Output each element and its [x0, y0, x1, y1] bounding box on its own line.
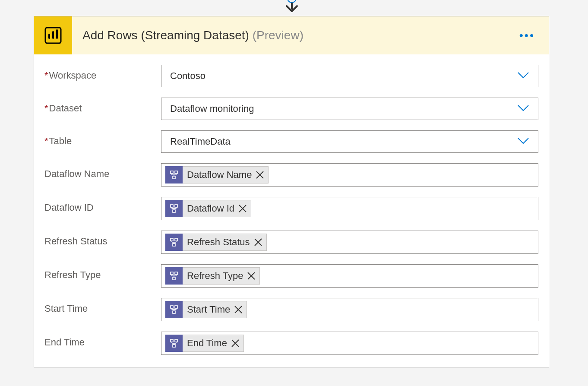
flow-arrow-down-icon: [282, 0, 301, 16]
svg-rect-34: [175, 272, 177, 275]
svg-rect-44: [173, 311, 175, 313]
dataflow-icon: [165, 335, 183, 352]
svg-rect-16: [175, 205, 177, 207]
svg-rect-51: [171, 339, 173, 342]
dataflow-id-row: Dataflow ID Dataflow Id: [44, 197, 538, 220]
powerbi-logo-icon: [34, 16, 72, 54]
svg-rect-15: [171, 205, 173, 207]
svg-rect-42: [171, 306, 173, 308]
refresh-status-row: Refresh Status Refresh Status: [44, 231, 538, 254]
workspace-row: *Workspace Contoso: [44, 65, 538, 87]
end-time-input[interactable]: End Time: [161, 332, 538, 355]
token-label: Refresh Type: [187, 270, 243, 282]
dataset-label: *Dataset: [44, 98, 161, 114]
field-label: Refresh Type: [44, 264, 161, 281]
more-menu-button[interactable]: •••: [516, 25, 538, 46]
dataflow-name-row: Dataflow Name Dataflow Name: [44, 163, 538, 187]
field-label: Dataflow ID: [44, 197, 161, 213]
chevron-down-icon: [517, 72, 529, 80]
token-remove-button[interactable]: [255, 170, 265, 180]
card-header[interactable]: Add Rows (Streaming Dataset) (Preview) •…: [34, 16, 549, 54]
dataflow-icon: [165, 301, 183, 318]
workspace-label: *Workspace: [44, 65, 161, 81]
token-remove-button[interactable]: [253, 237, 263, 247]
dataset-dropdown[interactable]: Dataflow monitoring: [161, 98, 538, 120]
dataflow-icon: [165, 234, 183, 251]
required-indicator: *: [44, 136, 48, 146]
svg-rect-26: [173, 244, 175, 246]
dynamic-content-token[interactable]: End Time: [165, 335, 244, 352]
field-label: Start Time: [44, 298, 161, 314]
dataset-value: Dataflow monitoring: [170, 103, 254, 114]
workspace-dropdown[interactable]: Contoso: [161, 65, 538, 87]
table-row: *Table RealTimeData: [44, 130, 538, 153]
svg-rect-33: [171, 272, 173, 275]
dataset-row: *Dataset Dataflow monitoring: [44, 98, 538, 120]
chevron-down-icon: [517, 104, 529, 113]
refresh-type-row: Refresh Type Refresh Type: [44, 264, 538, 288]
card-title: Add Rows (Streaming Dataset) (Preview): [82, 28, 516, 42]
token-label: Refresh Status: [187, 237, 250, 248]
action-card: Add Rows (Streaming Dataset) (Preview) •…: [34, 16, 549, 367]
table-dropdown[interactable]: RealTimeData: [161, 130, 538, 153]
dataflow-id-input[interactable]: Dataflow Id: [161, 197, 538, 220]
workspace-value: Contoso: [170, 70, 205, 82]
svg-point-0: [288, 0, 296, 3]
required-indicator: *: [44, 103, 48, 114]
start-time-input[interactable]: Start Time: [161, 298, 538, 321]
dynamic-content-token[interactable]: Refresh Type: [165, 267, 260, 285]
dynamic-content-token[interactable]: Dataflow Id: [165, 200, 251, 217]
table-value: RealTimeData: [170, 136, 231, 147]
start-time-row: Start Time Start Time: [44, 298, 538, 321]
end-time-row: End Time End Time: [44, 332, 538, 355]
field-label: Refresh Status: [44, 231, 161, 247]
token-remove-button[interactable]: [234, 305, 243, 314]
refresh-type-input[interactable]: Refresh Type: [161, 264, 538, 288]
svg-rect-17: [173, 210, 175, 212]
svg-rect-7: [175, 171, 177, 174]
field-label: End Time: [44, 332, 161, 348]
svg-rect-24: [171, 238, 173, 241]
svg-rect-25: [175, 238, 177, 241]
svg-rect-8: [173, 176, 175, 179]
dataflow-icon: [165, 200, 183, 217]
token-remove-button[interactable]: [231, 339, 240, 348]
token-remove-button[interactable]: [247, 271, 256, 281]
card-title-preview: (Preview): [253, 28, 303, 42]
svg-rect-43: [175, 306, 177, 308]
dataflow-icon: [165, 267, 183, 285]
dataflow-icon: [165, 166, 183, 184]
dynamic-content-token[interactable]: Dataflow Name: [165, 166, 269, 184]
token-label: End Time: [187, 338, 227, 349]
token-label: Dataflow Name: [187, 169, 252, 180]
field-label: Dataflow Name: [44, 163, 161, 180]
token-remove-button[interactable]: [238, 204, 247, 213]
required-indicator: *: [44, 70, 48, 81]
token-label: Start Time: [187, 304, 230, 315]
dynamic-content-token[interactable]: Refresh Status: [165, 234, 267, 251]
card-body: *Workspace Contoso *Dataset Dataflow mon…: [34, 54, 549, 367]
table-label: *Table: [44, 130, 161, 147]
chevron-down-icon: [517, 137, 529, 146]
dataflow-name-input[interactable]: Dataflow Name: [161, 163, 538, 187]
refresh-status-input[interactable]: Refresh Status: [161, 231, 538, 254]
svg-rect-35: [173, 277, 175, 280]
dynamic-content-token[interactable]: Start Time: [165, 301, 247, 318]
svg-rect-6: [171, 171, 173, 174]
svg-rect-52: [175, 339, 177, 342]
token-label: Dataflow Id: [187, 203, 234, 214]
svg-rect-53: [173, 345, 175, 347]
card-title-main: Add Rows (Streaming Dataset): [82, 28, 249, 42]
